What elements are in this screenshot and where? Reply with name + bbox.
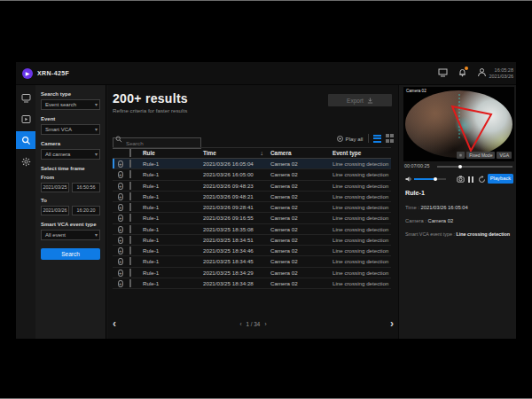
expand-icon[interactable]: + [118, 204, 123, 211]
expand-icon[interactable]: + [118, 215, 123, 222]
cell-rule: Rule-1 [143, 247, 203, 254]
table-row[interactable]: + Rule-1 2021/03/26 09:48:23 Camera 02 L… [113, 181, 391, 192]
column-header-event-type[interactable]: Event type [332, 150, 391, 156]
cell-event-type: Line crossing detection [332, 237, 391, 243]
nav-playback[interactable] [16, 110, 35, 128]
row-checkbox[interactable] [129, 279, 131, 287]
to-date-field[interactable]: 2021/03/26 [41, 206, 69, 215]
pagination-next-small[interactable]: › [264, 321, 266, 327]
event-type-label: Smart VCA event type : [405, 231, 457, 237]
chevron-down-icon: ▾ [95, 150, 98, 159]
table-row[interactable]: + Rule-1 2021/03/25 18:34:45 Camera 02 L… [113, 256, 391, 267]
cell-event-type: Line crossing detection [332, 215, 391, 221]
pagination-prev-small[interactable]: ‹ [240, 321, 242, 327]
table-row[interactable]: + Rule-1 2021/03/26 16:05:00 Camera 02 L… [113, 169, 391, 180]
table-row[interactable]: + Rule-1 2021/03/25 18:34:46 Camera 02 L… [113, 246, 391, 256]
next-page-button[interactable]: › [390, 317, 394, 330]
prev-page-button[interactable]: ‹ [113, 317, 116, 330]
expand-icon[interactable]: + [118, 193, 123, 200]
cell-rule: Rule-1 [143, 183, 203, 189]
row-checkbox[interactable] [129, 192, 131, 200]
expand-icon[interactable]: + [118, 171, 123, 178]
video-preview[interactable]: Camera 02 Fixed Mode VGA [403, 87, 514, 161]
table-row[interactable]: + Rule-1 2021/03/25 18:34:51 Camera 02 L… [113, 235, 391, 246]
table-row[interactable]: + Rule-1 2021/03/25 18:35:08 Camera 02 L… [113, 224, 391, 235]
row-checkbox[interactable] [129, 269, 131, 277]
volume-slider[interactable] [414, 178, 446, 180]
snapshot-icon[interactable] [457, 152, 465, 159]
cell-rule: Rule-1 [143, 215, 203, 221]
cell-rule: Rule-1 [143, 204, 203, 210]
screen: ▶ XRN-425F 16:05:28 2021/03/26 [0, 0, 532, 399]
dewarp-mode-chip[interactable]: Fixed Mode [466, 152, 495, 159]
row-checkbox[interactable] [129, 170, 131, 178]
row-checkbox[interactable] [129, 214, 131, 222]
capture-icon[interactable] [455, 174, 466, 184]
row-checkbox[interactable] [129, 182, 131, 190]
table-row[interactable]: + Rule-1 2021/03/26 09:28:41 Camera 02 L… [113, 202, 391, 213]
row-checkbox[interactable] [129, 246, 131, 254]
from-time-field[interactable]: 16:50:56 [72, 183, 100, 192]
event-select[interactable]: Smart VCA ▾ [41, 124, 100, 135]
expand-icon[interactable]: + [118, 280, 123, 287]
row-checkbox[interactable] [129, 225, 131, 233]
table-row[interactable]: + Rule-1 2021/03/26 16:05:04 Camera 02 L… [113, 159, 391, 169]
table-row[interactable]: + Rule-1 2021/03/26 09:48:21 Camera 02 L… [113, 192, 391, 202]
nav-live-view[interactable] [16, 89, 35, 106]
column-header-rule[interactable]: Rule [143, 150, 203, 156]
pause-icon[interactable] [466, 174, 476, 184]
camera-label: Camera [41, 141, 100, 146]
user-icon[interactable] [476, 66, 488, 78]
table-row[interactable]: + Rule-1 2021/03/25 18:34:29 Camera 02 L… [113, 268, 391, 278]
cell-time: 2021/03/26 16:05:00 [203, 171, 270, 177]
event-label: Event [41, 116, 100, 121]
event-value: Smart VCA [45, 127, 72, 132]
sort-descending-icon[interactable]: ↓ [261, 150, 264, 156]
volume-handle[interactable] [434, 177, 438, 182]
expand-icon[interactable]: + [118, 183, 123, 190]
to-time-field[interactable]: 16:20:20 [72, 206, 100, 215]
elapsed-time-label: 00:07/00:25 [404, 163, 429, 168]
volume-fill [414, 178, 434, 180]
column-header-time[interactable]: Time ↓ [203, 150, 270, 156]
table-row[interactable]: + Rule-1 2021/03/25 18:34:28 Camera 02 L… [113, 278, 391, 289]
expand-icon[interactable]: + [118, 258, 123, 265]
row-checkbox[interactable] [129, 160, 131, 168]
nav-search[interactable] [16, 131, 35, 149]
expand-icon[interactable]: + [118, 237, 123, 244]
row-checkbox[interactable] [129, 257, 131, 265]
cell-event-type: Line crossing detection [332, 280, 391, 286]
from-date-field[interactable]: 2021/03/25 [41, 183, 69, 192]
event-camera-value: Camera 02 [427, 218, 453, 223]
vca-event-type-select[interactable]: All event ▾ [41, 230, 100, 240]
column-header-camera[interactable]: Camera [270, 150, 332, 156]
row-checkbox[interactable] [129, 236, 131, 244]
select-all-checkbox[interactable] [129, 149, 131, 157]
expand-icon[interactable]: + [118, 247, 123, 254]
camera-select[interactable]: All camera ▾ [41, 149, 100, 160]
grid-view-toggle[interactable] [386, 134, 395, 143]
progress-bar[interactable] [437, 166, 512, 168]
speaker-icon[interactable] [403, 174, 414, 184]
progress-handle[interactable] [458, 165, 463, 169]
repeat-icon[interactable] [476, 174, 487, 184]
playback-button[interactable]: Playback [488, 174, 513, 184]
notification-bell-icon[interactable] [457, 66, 468, 78]
play-all-button[interactable]: Play all [337, 136, 364, 142]
nav-settings[interactable] [16, 153, 35, 170]
device-model-label: XRN-425F [37, 70, 69, 76]
expand-icon[interactable]: + [118, 270, 123, 277]
export-button[interactable]: Export [328, 94, 392, 106]
cell-camera: Camera 02 [270, 280, 332, 286]
list-view-toggle[interactable] [373, 135, 381, 143]
expand-icon[interactable]: + [118, 226, 123, 233]
row-checkbox[interactable] [129, 203, 131, 211]
table-row[interactable]: + Rule-1 2021/03/26 09:16:55 Camera 02 L… [113, 213, 391, 223]
clock-date: 2021/03/26 [489, 74, 513, 80]
cell-rule: Rule-1 [143, 193, 203, 200]
monitor-icon[interactable] [437, 66, 449, 78]
resolution-chip[interactable]: VGA [497, 152, 512, 159]
search-type-select[interactable]: Event search ▾ [41, 99, 100, 110]
expand-icon[interactable]: + [118, 160, 123, 168]
search-button[interactable]: Search [41, 248, 100, 260]
